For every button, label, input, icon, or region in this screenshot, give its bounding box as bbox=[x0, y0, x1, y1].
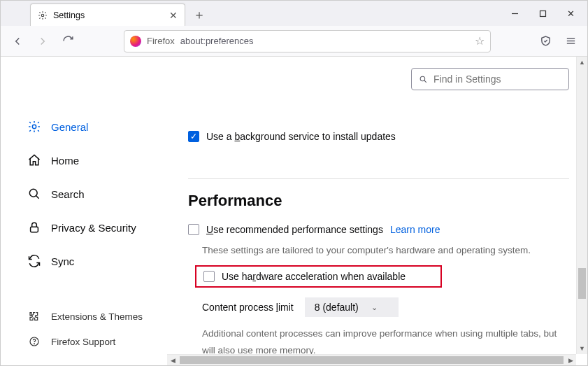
sidebar: General Home Search Privacy & Security S… bbox=[1, 57, 167, 354]
sidebar-item-home[interactable]: Home bbox=[27, 143, 167, 177]
app-menu-button[interactable] bbox=[559, 30, 582, 52]
tab-close-icon[interactable]: ✕ bbox=[169, 10, 178, 21]
scroll-thumb[interactable] bbox=[578, 268, 586, 299]
svg-rect-2 bbox=[540, 10, 545, 16]
sidebar-label: Search bbox=[51, 188, 85, 200]
new-tab-button[interactable]: ＋ bbox=[189, 5, 209, 24]
main-pane: Use a background service to install upda… bbox=[167, 57, 576, 354]
recommended-row: Use recommended performance settings Lea… bbox=[188, 224, 569, 235]
scroll-left-button[interactable]: ◀ bbox=[167, 355, 178, 366]
content-process-label: Content process limit bbox=[202, 302, 294, 313]
sidebar-item-search[interactable]: Search bbox=[27, 177, 167, 211]
bg-service-row: Use a background service to install upda… bbox=[188, 131, 569, 142]
vertical-scrollbar[interactable]: ▲ ▼ bbox=[576, 57, 587, 354]
recommended-checkbox[interactable] bbox=[188, 224, 199, 235]
hw-accel-label[interactable]: Use hardware acceleration when available bbox=[222, 271, 406, 282]
content-process-select[interactable]: 8 (default) ⌄ bbox=[305, 297, 399, 317]
settings-page: General Home Search Privacy & Security S… bbox=[1, 57, 576, 354]
forward-button[interactable] bbox=[31, 30, 54, 52]
puzzle-icon bbox=[27, 309, 41, 323]
gear-icon bbox=[27, 120, 41, 134]
sidebar-label: Extensions & Themes bbox=[51, 311, 143, 322]
lock-icon bbox=[27, 220, 41, 234]
scroll-down-button[interactable]: ▼ bbox=[577, 343, 587, 354]
scroll-thumb[interactable] bbox=[180, 356, 564, 364]
horizontal-scrollbar[interactable]: ◀ ▶ bbox=[167, 354, 576, 365]
select-value: 8 (default) bbox=[315, 302, 359, 313]
sidebar-label: Home bbox=[51, 155, 79, 167]
svg-point-6 bbox=[32, 125, 36, 128]
window-close-button[interactable]: ✕ bbox=[557, 3, 585, 24]
sidebar-item-privacy[interactable]: Privacy & Security bbox=[27, 211, 167, 244]
recommended-label[interactable]: Use recommended performance settings bbox=[206, 224, 383, 235]
search-icon bbox=[27, 187, 41, 201]
find-input[interactable] bbox=[433, 73, 561, 85]
identity-label: Firefox bbox=[147, 36, 175, 46]
reload-button[interactable] bbox=[57, 30, 79, 52]
url-text: about:preferences bbox=[180, 36, 469, 46]
performance-heading: Performance bbox=[188, 192, 569, 210]
svg-point-11 bbox=[34, 344, 35, 344]
content-process-note: Additional content processes can improve… bbox=[202, 325, 569, 354]
scroll-up-button[interactable]: ▲ bbox=[577, 57, 587, 68]
gear-icon bbox=[38, 10, 48, 20]
svg-line-13 bbox=[424, 80, 426, 82]
bg-service-label[interactable]: Use a background service to install upda… bbox=[206, 131, 396, 142]
hw-accel-checkbox[interactable] bbox=[203, 271, 215, 282]
bg-service-checkbox[interactable] bbox=[188, 131, 199, 142]
svg-point-12 bbox=[420, 76, 425, 81]
sidebar-item-support[interactable]: Firefox Support bbox=[27, 329, 167, 354]
learn-more-link[interactable]: Learn more bbox=[390, 224, 440, 235]
window-minimize-button[interactable] bbox=[501, 3, 529, 24]
sidebar-label: Sync bbox=[51, 255, 74, 267]
protections-icon[interactable] bbox=[534, 30, 557, 52]
svg-point-0 bbox=[41, 14, 44, 17]
scroll-right-button[interactable]: ▶ bbox=[565, 355, 576, 366]
sidebar-label: Firefox Support bbox=[51, 337, 115, 347]
sidebar-item-sync[interactable]: Sync bbox=[27, 244, 167, 278]
chevron-down-icon: ⌄ bbox=[371, 303, 378, 312]
find-in-settings[interactable] bbox=[411, 68, 569, 90]
svg-rect-9 bbox=[31, 227, 38, 232]
browser-tab[interactable]: Settings ✕ bbox=[30, 3, 185, 26]
url-bar[interactable]: Firefox about:preferences ☆ bbox=[124, 30, 491, 52]
sidebar-label: General bbox=[51, 121, 88, 133]
sync-icon bbox=[27, 254, 41, 268]
sidebar-label: Privacy & Security bbox=[51, 222, 136, 234]
window-controls: ✕ bbox=[501, 1, 585, 26]
window-maximize-button[interactable] bbox=[529, 3, 557, 24]
search-icon bbox=[419, 75, 428, 84]
recommended-desc: These settings are tailored to your comp… bbox=[202, 245, 569, 255]
firefox-icon bbox=[130, 36, 141, 47]
hw-accel-highlight: Use hardware acceleration when available bbox=[195, 265, 442, 288]
svg-line-8 bbox=[36, 196, 39, 199]
toolbar: Firefox about:preferences ☆ bbox=[1, 26, 587, 57]
tab-title: Settings bbox=[53, 10, 164, 20]
bookmark-star-icon[interactable]: ☆ bbox=[475, 34, 485, 48]
titlebar: Settings ✕ ＋ ✕ bbox=[1, 1, 587, 26]
back-button[interactable] bbox=[6, 30, 29, 52]
sidebar-item-extensions[interactable]: Extensions & Themes bbox=[27, 304, 167, 329]
sidebar-item-general[interactable]: General bbox=[27, 110, 167, 143]
home-icon bbox=[27, 153, 41, 167]
help-icon bbox=[27, 335, 41, 349]
section-divider bbox=[188, 178, 569, 179]
content-process-row: Content process limit 8 (default) ⌄ bbox=[202, 297, 569, 317]
